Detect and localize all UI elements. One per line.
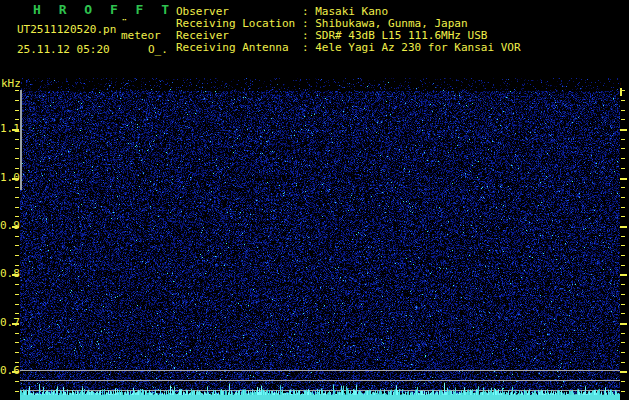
header-field-row: Receiver: SDR# 43dB L15 111.6MHz USB xyxy=(176,29,626,41)
tick-mark xyxy=(15,236,19,237)
tick-mark xyxy=(15,391,19,392)
tick-mark xyxy=(15,333,19,334)
tick-mark xyxy=(621,90,625,91)
tick-mark xyxy=(15,90,19,91)
level-grid-line xyxy=(20,370,620,371)
tick-mark xyxy=(620,129,627,131)
tick-mark xyxy=(15,158,19,159)
signal-level-trace xyxy=(20,382,620,400)
tick-mark xyxy=(15,139,19,140)
tick-mark xyxy=(621,168,625,169)
tick-mark xyxy=(621,333,625,334)
tick-mark xyxy=(621,216,625,217)
header-field-row: Receiving Antenna: 4ele Yagi Az 230 for … xyxy=(176,41,626,53)
tick-mark xyxy=(15,304,19,305)
datetime-text: 25.11.12 05:20 xyxy=(17,44,110,56)
tick-mark xyxy=(621,391,625,392)
field-label: Receiving Antenna xyxy=(176,41,289,54)
station-name: meteor xyxy=(121,30,161,42)
freq-unit-label: kHz xyxy=(1,78,21,90)
tick-mark xyxy=(621,197,625,198)
tick-mark xyxy=(15,381,19,382)
tick-mark xyxy=(621,342,625,343)
status-indicator: O_. xyxy=(148,44,168,56)
level-grid-line xyxy=(20,380,620,381)
filename-text: UT2511120520.pn xyxy=(17,24,116,36)
tick-mark xyxy=(621,284,625,285)
tick-mark xyxy=(621,158,625,159)
tick-mark xyxy=(620,178,627,180)
tick-mark xyxy=(15,148,19,149)
tick-mark xyxy=(15,294,19,295)
tick-mark xyxy=(15,284,19,285)
app-title: H R O F F T xyxy=(33,4,174,16)
tick-mark xyxy=(621,313,625,314)
tick-mark xyxy=(12,129,19,131)
tick-mark xyxy=(621,110,625,111)
tick-mark xyxy=(621,362,625,363)
tick-mark xyxy=(621,139,625,140)
tick-mark xyxy=(621,236,625,237)
tick-mark xyxy=(621,100,625,101)
tick-mark xyxy=(620,371,627,373)
tick-mark xyxy=(621,245,625,246)
spectrogram-noise-canvas xyxy=(20,78,620,400)
field-value: : 4ele Yagi Az 230 for Kansai VOR xyxy=(302,41,521,54)
tick-mark xyxy=(620,226,627,228)
tick-mark xyxy=(12,371,19,373)
tick-mark xyxy=(621,265,625,266)
tick-mark xyxy=(15,265,19,266)
tick-mark xyxy=(15,187,19,188)
tick-mark xyxy=(15,119,19,120)
tick-mark xyxy=(15,110,19,111)
tick-mark xyxy=(15,100,19,101)
tick-mark xyxy=(12,274,19,276)
tick-mark xyxy=(15,197,19,198)
tick-mark xyxy=(621,294,625,295)
tick-mark xyxy=(15,313,19,314)
header-field-row: Observer: Masaki Kano xyxy=(176,5,626,17)
tick-mark xyxy=(15,245,19,246)
tick-mark xyxy=(621,207,625,208)
tick-mark xyxy=(15,255,19,256)
header-field-row: Receiving Location: Shibukawa, Gunma, Ja… xyxy=(176,17,626,29)
tick-mark xyxy=(621,304,625,305)
tick-mark xyxy=(620,274,627,276)
start-marker-line xyxy=(20,90,22,190)
tick-mark xyxy=(621,381,625,382)
tick-mark xyxy=(12,178,19,180)
tick-mark xyxy=(15,207,19,208)
tick-mark xyxy=(15,168,19,169)
tick-mark xyxy=(15,216,19,217)
tick-mark xyxy=(621,352,625,353)
tick-mark xyxy=(621,255,625,256)
tick-mark xyxy=(621,148,625,149)
hrofft-screen: H R O F F T UT2511120520.pn ¨ meteor 25.… xyxy=(0,0,629,400)
tick-mark xyxy=(621,119,625,120)
tick-mark xyxy=(621,187,625,188)
tick-mark xyxy=(15,342,19,343)
tick-mark xyxy=(620,323,627,325)
tick-mark xyxy=(15,352,19,353)
tick-mark xyxy=(12,226,19,228)
tick-mark xyxy=(12,323,19,325)
tick-mark xyxy=(15,362,19,363)
